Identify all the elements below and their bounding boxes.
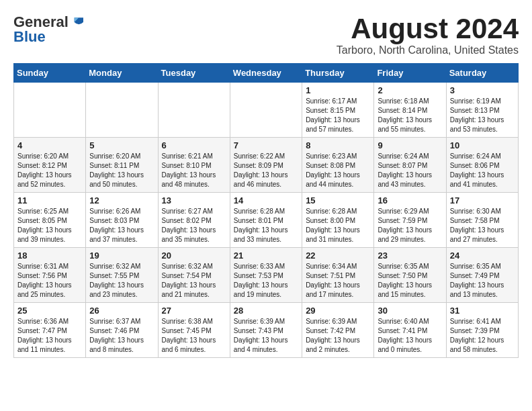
month-title: August 2024 bbox=[337, 13, 519, 44]
day-info: Sunrise: 6:20 AM Sunset: 8:11 PM Dayligh… bbox=[89, 152, 154, 189]
day-number: 16 bbox=[378, 195, 442, 205]
logo-blue-text: Blue bbox=[13, 28, 46, 46]
calendar-cell: 13Sunrise: 6:27 AM Sunset: 8:02 PM Dayli… bbox=[158, 193, 230, 248]
calendar-cell: 21Sunrise: 6:33 AM Sunset: 7:53 PM Dayli… bbox=[230, 248, 302, 303]
day-info: Sunrise: 6:20 AM Sunset: 8:12 PM Dayligh… bbox=[17, 152, 82, 189]
calendar-cell: 9Sunrise: 6:24 AM Sunset: 8:07 PM Daylig… bbox=[374, 138, 446, 193]
day-info: Sunrise: 6:26 AM Sunset: 8:03 PM Dayligh… bbox=[89, 207, 154, 244]
day-info: Sunrise: 6:21 AM Sunset: 8:10 PM Dayligh… bbox=[162, 152, 226, 189]
calendar-week-row: 1Sunrise: 6:17 AM Sunset: 8:15 PM Daylig… bbox=[14, 83, 519, 138]
calendar-cell: 31Sunrise: 6:41 AM Sunset: 7:39 PM Dayli… bbox=[446, 303, 518, 358]
calendar-cell bbox=[14, 83, 86, 138]
day-number: 11 bbox=[17, 195, 82, 205]
calendar-cell: 24Sunrise: 6:35 AM Sunset: 7:49 PM Dayli… bbox=[446, 248, 518, 303]
day-info: Sunrise: 6:19 AM Sunset: 8:13 PM Dayligh… bbox=[450, 97, 515, 134]
day-number: 20 bbox=[162, 250, 226, 261]
weekday-header: Saturday bbox=[446, 64, 518, 83]
day-number: 17 bbox=[450, 195, 515, 205]
calendar-cell: 22Sunrise: 6:34 AM Sunset: 7:51 PM Dayli… bbox=[302, 248, 374, 303]
day-info: Sunrise: 6:37 AM Sunset: 7:46 PM Dayligh… bbox=[89, 317, 154, 355]
day-info: Sunrise: 6:17 AM Sunset: 8:15 PM Dayligh… bbox=[306, 97, 370, 134]
day-number: 2 bbox=[378, 85, 442, 95]
day-info: Sunrise: 6:39 AM Sunset: 7:42 PM Dayligh… bbox=[306, 317, 370, 355]
day-info: Sunrise: 6:22 AM Sunset: 8:09 PM Dayligh… bbox=[234, 152, 298, 189]
day-info: Sunrise: 6:30 AM Sunset: 7:58 PM Dayligh… bbox=[450, 207, 515, 244]
day-number: 18 bbox=[17, 250, 82, 261]
day-number: 8 bbox=[306, 140, 370, 150]
day-number: 28 bbox=[234, 306, 298, 316]
day-info: Sunrise: 6:32 AM Sunset: 7:55 PM Dayligh… bbox=[89, 262, 154, 300]
day-number: 14 bbox=[234, 195, 298, 205]
calendar-week-row: 11Sunrise: 6:25 AM Sunset: 8:05 PM Dayli… bbox=[14, 193, 519, 248]
calendar-cell: 29Sunrise: 6:39 AM Sunset: 7:42 PM Dayli… bbox=[302, 303, 374, 358]
calendar-cell: 12Sunrise: 6:26 AM Sunset: 8:03 PM Dayli… bbox=[86, 193, 158, 248]
day-info: Sunrise: 6:40 AM Sunset: 7:41 PM Dayligh… bbox=[378, 317, 442, 355]
calendar-cell: 6Sunrise: 6:21 AM Sunset: 8:10 PM Daylig… bbox=[158, 138, 230, 193]
calendar-cell: 19Sunrise: 6:32 AM Sunset: 7:55 PM Dayli… bbox=[86, 248, 158, 303]
calendar-cell: 15Sunrise: 6:28 AM Sunset: 8:00 PM Dayli… bbox=[302, 193, 374, 248]
day-number: 10 bbox=[450, 140, 515, 150]
calendar-week-row: 25Sunrise: 6:36 AM Sunset: 7:47 PM Dayli… bbox=[14, 303, 519, 358]
day-number: 4 bbox=[17, 140, 82, 150]
day-number: 26 bbox=[89, 306, 154, 316]
day-number: 23 bbox=[378, 250, 442, 261]
calendar-cell bbox=[230, 83, 302, 138]
day-number: 6 bbox=[162, 140, 226, 150]
day-info: Sunrise: 6:41 AM Sunset: 7:39 PM Dayligh… bbox=[450, 317, 515, 355]
day-info: Sunrise: 6:31 AM Sunset: 7:56 PM Dayligh… bbox=[17, 262, 82, 300]
day-number: 13 bbox=[162, 195, 226, 205]
calendar-cell bbox=[158, 83, 230, 138]
calendar-cell: 11Sunrise: 6:25 AM Sunset: 8:05 PM Dayli… bbox=[14, 193, 86, 248]
calendar-cell: 14Sunrise: 6:28 AM Sunset: 8:01 PM Dayli… bbox=[230, 193, 302, 248]
day-number: 15 bbox=[306, 195, 370, 205]
day-info: Sunrise: 6:38 AM Sunset: 7:45 PM Dayligh… bbox=[162, 317, 226, 355]
day-info: Sunrise: 6:27 AM Sunset: 8:02 PM Dayligh… bbox=[162, 207, 226, 244]
calendar: SundayMondayTuesdayWednesdayThursdayFrid… bbox=[13, 63, 519, 358]
calendar-cell: 2Sunrise: 6:18 AM Sunset: 8:14 PM Daylig… bbox=[374, 83, 446, 138]
day-info: Sunrise: 6:39 AM Sunset: 7:43 PM Dayligh… bbox=[234, 317, 298, 355]
calendar-cell: 16Sunrise: 6:29 AM Sunset: 7:59 PM Dayli… bbox=[374, 193, 446, 248]
day-info: Sunrise: 6:28 AM Sunset: 8:00 PM Dayligh… bbox=[306, 207, 370, 244]
calendar-cell: 3Sunrise: 6:19 AM Sunset: 8:13 PM Daylig… bbox=[446, 83, 518, 138]
day-info: Sunrise: 6:32 AM Sunset: 7:54 PM Dayligh… bbox=[162, 262, 226, 300]
day-number: 25 bbox=[17, 306, 82, 316]
calendar-cell: 27Sunrise: 6:38 AM Sunset: 7:45 PM Dayli… bbox=[158, 303, 230, 358]
day-info: Sunrise: 6:24 AM Sunset: 8:06 PM Dayligh… bbox=[450, 152, 515, 189]
day-number: 7 bbox=[234, 140, 298, 150]
day-number: 1 bbox=[306, 85, 370, 95]
day-info: Sunrise: 6:29 AM Sunset: 7:59 PM Dayligh… bbox=[378, 207, 442, 244]
calendar-cell: 28Sunrise: 6:39 AM Sunset: 7:43 PM Dayli… bbox=[230, 303, 302, 358]
calendar-week-row: 4Sunrise: 6:20 AM Sunset: 8:12 PM Daylig… bbox=[14, 138, 519, 193]
day-number: 30 bbox=[378, 306, 442, 316]
day-info: Sunrise: 6:25 AM Sunset: 8:05 PM Dayligh… bbox=[17, 207, 82, 244]
title-area: August 2024 Tarboro, North Carolina, Uni… bbox=[337, 13, 519, 56]
day-info: Sunrise: 6:35 AM Sunset: 7:49 PM Dayligh… bbox=[450, 262, 515, 300]
calendar-cell: 10Sunrise: 6:24 AM Sunset: 8:06 PM Dayli… bbox=[446, 138, 518, 193]
calendar-cell: 26Sunrise: 6:37 AM Sunset: 7:46 PM Dayli… bbox=[86, 303, 158, 358]
calendar-cell: 18Sunrise: 6:31 AM Sunset: 7:56 PM Dayli… bbox=[14, 248, 86, 303]
weekday-header: Friday bbox=[374, 64, 446, 83]
day-number: 21 bbox=[234, 250, 298, 261]
calendar-cell: 1Sunrise: 6:17 AM Sunset: 8:15 PM Daylig… bbox=[302, 83, 374, 138]
calendar-cell bbox=[86, 83, 158, 138]
day-number: 29 bbox=[306, 306, 370, 316]
calendar-cell: 23Sunrise: 6:35 AM Sunset: 7:50 PM Dayli… bbox=[374, 248, 446, 303]
day-number: 19 bbox=[89, 250, 154, 261]
calendar-cell: 8Sunrise: 6:23 AM Sunset: 8:08 PM Daylig… bbox=[302, 138, 374, 193]
location-title: Tarboro, North Carolina, United States bbox=[337, 44, 519, 56]
calendar-cell: 5Sunrise: 6:20 AM Sunset: 8:11 PM Daylig… bbox=[86, 138, 158, 193]
calendar-cell: 20Sunrise: 6:32 AM Sunset: 7:54 PM Dayli… bbox=[158, 248, 230, 303]
day-number: 22 bbox=[306, 250, 370, 261]
weekday-header-row: SundayMondayTuesdayWednesdayThursdayFrid… bbox=[14, 64, 519, 83]
day-info: Sunrise: 6:24 AM Sunset: 8:07 PM Dayligh… bbox=[378, 152, 442, 189]
day-info: Sunrise: 6:35 AM Sunset: 7:50 PM Dayligh… bbox=[378, 262, 442, 300]
weekday-header: Monday bbox=[86, 64, 158, 83]
weekday-header: Sunday bbox=[14, 64, 86, 83]
day-number: 9 bbox=[378, 140, 442, 150]
calendar-cell: 17Sunrise: 6:30 AM Sunset: 7:58 PM Dayli… bbox=[446, 193, 518, 248]
day-number: 27 bbox=[162, 306, 226, 316]
weekday-header: Tuesday bbox=[158, 64, 230, 83]
day-info: Sunrise: 6:34 AM Sunset: 7:51 PM Dayligh… bbox=[306, 262, 370, 300]
calendar-cell: 4Sunrise: 6:20 AM Sunset: 8:12 PM Daylig… bbox=[14, 138, 86, 193]
day-info: Sunrise: 6:36 AM Sunset: 7:47 PM Dayligh… bbox=[17, 317, 82, 355]
